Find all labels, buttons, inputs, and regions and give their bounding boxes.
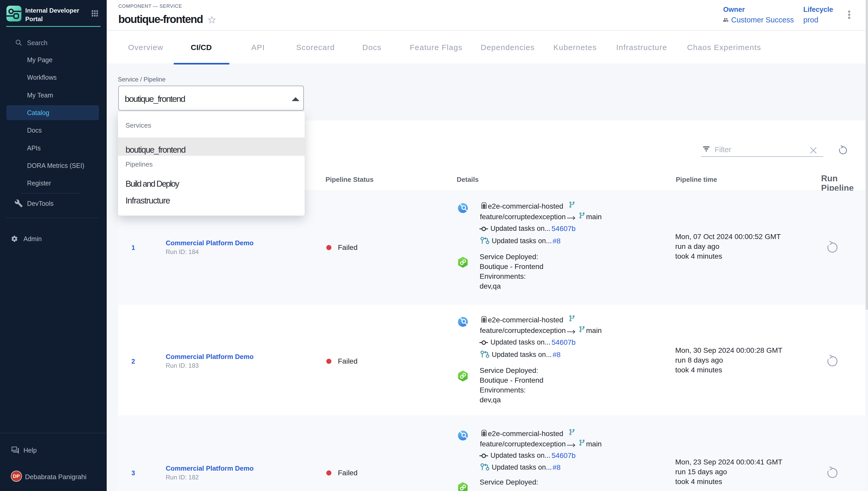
svg-text:?: ?	[14, 446, 16, 450]
